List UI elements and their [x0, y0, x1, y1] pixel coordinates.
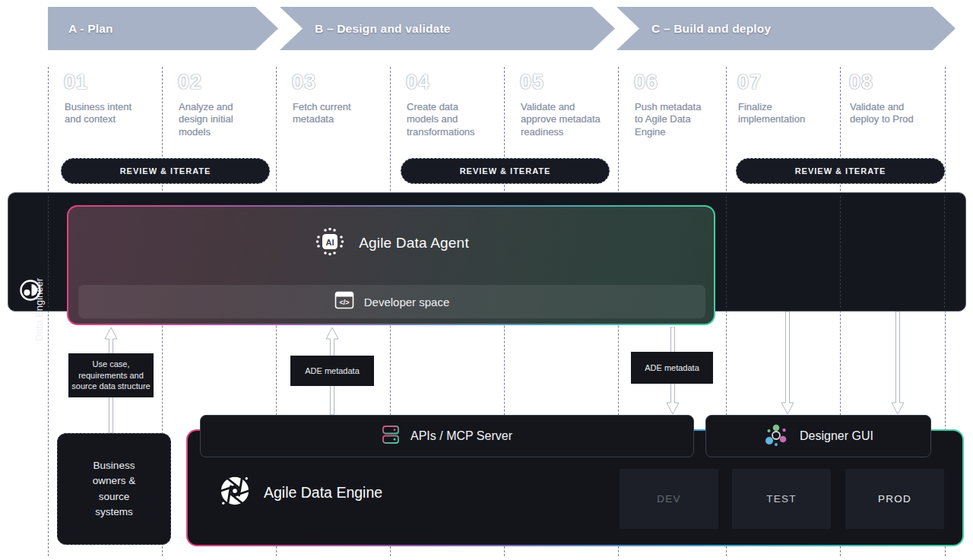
ai-chip-icon: AI: [313, 225, 347, 261]
column-guide: [48, 67, 49, 556]
process-diagram: A - Plan B – Design and validate C – Bui…: [0, 0, 973, 560]
env-label: PROD: [878, 493, 911, 505]
column-guide: [726, 196, 727, 308]
designer-gui-box: Designer GUI: [705, 415, 931, 457]
phase-label: C – Build and deploy: [651, 22, 771, 36]
step-description: Analyze and design initial models: [179, 101, 284, 138]
column-guide: [944, 196, 945, 308]
agent-title: Agile Data Agent: [359, 235, 469, 252]
ade-metadata-label: ADE metadata: [290, 356, 374, 386]
person-icon: [19, 279, 42, 305]
column-guide: [840, 196, 841, 308]
arrow-lane-to-designer-gui: [890, 312, 905, 415]
step-number: 04: [406, 71, 430, 94]
review-iterate-pill: REVIEW & ITERATE: [736, 158, 945, 184]
use-case-label: Use case, requirements and source data s…: [68, 353, 154, 397]
step-description: Push metadata to Agile Data Engine: [635, 101, 740, 138]
phase-banner-design-validate: B – Design and validate: [280, 7, 615, 50]
arrow-lane-to-designer-gui: [780, 312, 795, 415]
designer-gui-label: Designer GUI: [800, 429, 873, 443]
developer-space-label: Developer space: [364, 296, 450, 308]
env-dev: DEV: [620, 469, 718, 529]
lane-label: Data Engineer: [33, 261, 45, 359]
step-number: 02: [178, 71, 202, 94]
review-iterate-label: REVIEW & ITERATE: [120, 166, 211, 176]
apis-mcp-server-label: APIs / MCP Server: [410, 429, 512, 443]
server-stack-icon: [382, 424, 400, 448]
env-label: DEV: [657, 493, 680, 505]
step-number: 07: [737, 71, 762, 94]
network-nodes-icon: [763, 422, 789, 450]
code-window-icon: </>: [334, 290, 354, 313]
svg-text:AI: AI: [326, 238, 334, 247]
step-description: Validate and approve metadata readiness: [521, 101, 626, 138]
step-description: Validate and deploy to Prod: [850, 101, 955, 126]
phase-label: B – Design and validate: [315, 22, 451, 36]
step-number: 05: [520, 71, 544, 94]
review-iterate-label: REVIEW & ITERATE: [795, 166, 886, 176]
env-label: TEST: [766, 493, 796, 505]
phase-banner-build-deploy: C – Build and deploy: [616, 7, 956, 50]
env-test: TEST: [732, 469, 831, 529]
step-number: 03: [292, 71, 316, 94]
ade-metadata-label: ADE metadata: [631, 352, 713, 384]
review-iterate-label: REVIEW & ITERATE: [460, 166, 551, 176]
step-description: Fetch current metadata: [293, 101, 398, 126]
column-guide: [48, 196, 49, 308]
developer-space-bar: </> Developer space: [78, 285, 705, 318]
phase-label: A - Plan: [68, 22, 113, 36]
svg-text:</>: </>: [339, 299, 349, 306]
business-owners-box: Business owners & source systems: [57, 433, 171, 545]
agile-data-agent-box: AI Agile Data Agent </>: [67, 205, 715, 325]
engine-title: Agile Data Engine: [264, 484, 382, 501]
apis-mcp-server-box: APIs / MCP Server: [200, 415, 694, 457]
phase-banner-plan: A - Plan: [48, 7, 278, 50]
review-iterate-pill: REVIEW & ITERATE: [401, 158, 610, 184]
step-description: Business intent and context: [65, 101, 170, 126]
review-iterate-pill: REVIEW & ITERATE: [61, 158, 270, 184]
step-number: 08: [849, 71, 873, 94]
env-prod: PROD: [845, 469, 944, 529]
step-number: 06: [634, 71, 658, 94]
step-description: Finalize implementation: [738, 101, 843, 126]
step-number: 01: [64, 71, 88, 94]
aperture-logo: [219, 475, 251, 510]
step-description: Create data models and transformations: [407, 101, 512, 138]
